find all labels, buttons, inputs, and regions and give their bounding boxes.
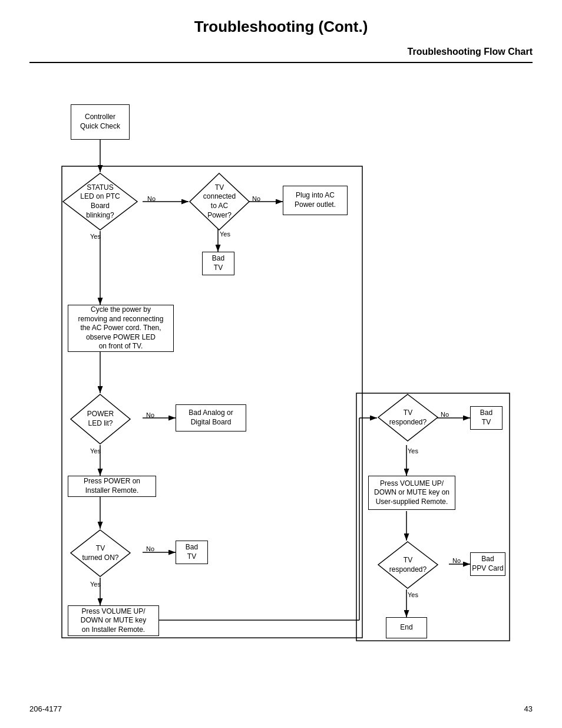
footer-right: 43 bbox=[524, 704, 533, 713]
node-tv-turned-on: TVturned ON? bbox=[70, 529, 131, 578]
label-yes-3: Yes bbox=[90, 447, 101, 454]
page-title: Troubleshooting (Cont.) bbox=[29, 18, 533, 36]
node-plug-ac: Plug into ACPower outlet. bbox=[283, 186, 348, 215]
node-press-volume-user: Press VOLUME UP/DOWN or MUTE key onUser-… bbox=[368, 476, 455, 510]
node-bad-tv-2: BadTV bbox=[176, 541, 208, 564]
node-press-power: Press POWER onInstaller Remote. bbox=[68, 476, 156, 497]
node-end: End bbox=[386, 617, 427, 638]
node-bad-tv-3: BadTV bbox=[470, 406, 503, 430]
node-power-led: POWERLED lit? bbox=[70, 393, 131, 445]
label-no-2: No bbox=[252, 195, 260, 202]
label-yes-1: Yes bbox=[220, 230, 230, 238]
label-no-5: No bbox=[441, 411, 449, 418]
label-no-4: No bbox=[146, 545, 154, 552]
page: Troubleshooting (Cont.) Troubleshooting … bbox=[0, 0, 562, 728]
node-bad-tv-1: BadTV bbox=[202, 252, 234, 275]
label-yes-6: Yes bbox=[408, 591, 418, 598]
section-title: Troubleshooting Flow Chart bbox=[29, 47, 533, 57]
page-footer: 206-4177 43 bbox=[29, 704, 533, 713]
node-tv-responded-1: TVresponded? bbox=[377, 393, 439, 442]
label-yes-2: Yes bbox=[90, 233, 101, 240]
node-start: ControllerQuick Check bbox=[71, 104, 130, 140]
flowchart: ControllerQuick Check STATUSLED on PTCBo… bbox=[29, 81, 536, 658]
label-yes-4: Yes bbox=[90, 581, 101, 588]
node-status-led: STATUSLED on PTCBoardblinking? bbox=[62, 172, 138, 231]
footer-left: 206-4177 bbox=[29, 704, 62, 713]
divider bbox=[29, 62, 533, 63]
node-cycle-power: Cycle the power byremoving and reconnect… bbox=[68, 305, 174, 352]
label-no-3: No bbox=[146, 411, 154, 419]
label-yes-5: Yes bbox=[408, 447, 418, 454]
node-tv-responded-2: TVresponded? bbox=[377, 541, 439, 589]
node-bad-analog: Bad Analog orDigital Board bbox=[176, 404, 246, 431]
label-no-1: No bbox=[147, 195, 156, 202]
node-bad-ppv: BadPPV Card bbox=[470, 552, 505, 576]
node-tv-connected: TVconnectedto ACPower? bbox=[189, 172, 250, 231]
node-press-volume-installer: Press VOLUME UP/DOWN or MUTE keyon Insta… bbox=[68, 605, 159, 636]
label-no-6: No bbox=[452, 557, 461, 564]
